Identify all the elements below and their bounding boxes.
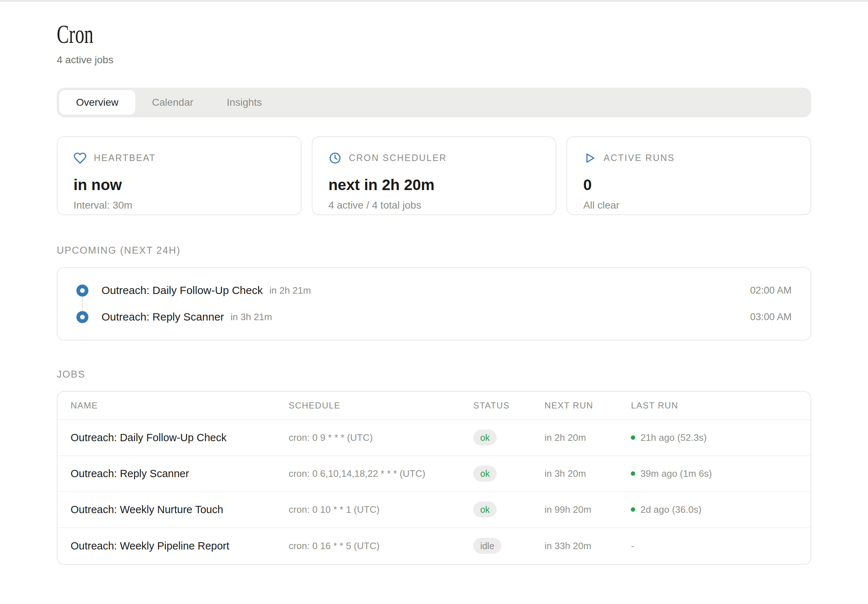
- jobs-table-header: NAME SCHEDULE STATUS NEXT RUN LAST RUN: [57, 392, 811, 420]
- upcoming-job-name: Outreach: Daily Follow-Up Check: [101, 284, 263, 297]
- jobs-table: NAME SCHEDULE STATUS NEXT RUN LAST RUN O…: [57, 391, 811, 565]
- last-run-text: -: [631, 541, 634, 551]
- upcoming-relative-time: in 2h 21m: [269, 285, 311, 296]
- status-badge: idle: [473, 538, 501, 554]
- cron-scheduler-subtext: 4 active / 4 total jobs: [329, 199, 540, 211]
- column-header-last-run: LAST RUN: [631, 400, 797, 411]
- job-schedule: cron: 0 16 * * 5 (UTC): [288, 541, 473, 551]
- heart-icon: [73, 151, 87, 165]
- upcoming-relative-time: in 3h 21m: [231, 312, 272, 323]
- column-header-status: STATUS: [473, 400, 545, 411]
- active-jobs-count: 4 active jobs: [57, 54, 811, 66]
- job-name: Outreach: Weekly Pipeline Report: [71, 540, 288, 552]
- tab-insights[interactable]: Insights: [210, 90, 279, 115]
- job-row[interactable]: Outreach: Weekly Pipeline Report cron: 0…: [57, 528, 811, 564]
- job-last-run: 21h ago (52.3s): [631, 432, 797, 443]
- status-badge: ok: [473, 429, 497, 446]
- job-next-run: in 3h 20m: [545, 468, 631, 479]
- column-header-name: NAME: [71, 400, 288, 411]
- last-run-text: 21h ago (52.3s): [640, 432, 707, 443]
- cron-scheduler-card-header: CRON SCHEDULER: [329, 151, 540, 165]
- success-dot-icon: [631, 471, 635, 476]
- job-name: Outreach: Weekly Nurture Touch: [71, 504, 288, 516]
- job-schedule: cron: 0 6,10,14,18,22 * * * (UTC): [288, 468, 473, 479]
- timeline-dot-icon: [76, 284, 88, 297]
- job-row[interactable]: Outreach: Reply Scanner cron: 0 6,10,14,…: [57, 456, 811, 492]
- upcoming-section-heading: UPCOMING (NEXT 24H): [57, 245, 811, 256]
- upcoming-item[interactable]: Outreach: Reply Scanner in 3h 21m 03:00 …: [76, 304, 792, 331]
- status-badge: ok: [473, 502, 497, 517]
- page-title-text: Cron: [57, 21, 93, 48]
- heartbeat-label: HEARTBEAT: [94, 153, 156, 163]
- play-icon: [583, 151, 596, 165]
- column-header-next-run: NEXT RUN: [545, 400, 631, 411]
- heartbeat-value: in now: [73, 176, 285, 194]
- upcoming-clock-time: 02:00 AM: [750, 285, 792, 296]
- active-runs-card: ACTIVE RUNS 0 All clear: [566, 136, 811, 215]
- tab-calendar[interactable]: Calendar: [135, 90, 210, 115]
- job-row[interactable]: Outreach: Daily Follow-Up Check cron: 0 …: [57, 420, 811, 456]
- cron-scheduler-value: next in 2h 20m: [329, 176, 540, 194]
- cron-scheduler-label: CRON SCHEDULER: [349, 153, 447, 163]
- heartbeat-card-header: HEARTBEAT: [73, 151, 285, 165]
- clock-icon: [329, 151, 342, 165]
- upcoming-item[interactable]: Outreach: Daily Follow-Up Check in 2h 21…: [76, 277, 792, 304]
- job-last-run: 39m ago (1m 6s): [631, 468, 797, 479]
- upcoming-job-name: Outreach: Reply Scanner: [101, 311, 224, 323]
- cron-page: Cron 4 active jobs Overview Calendar Ins…: [0, 21, 868, 565]
- jobs-section-heading: JOBS: [57, 369, 811, 380]
- job-next-run: in 2h 20m: [545, 432, 631, 443]
- job-next-run: in 99h 20m: [545, 504, 631, 515]
- heartbeat-card: HEARTBEAT in now Interval: 30m: [57, 136, 302, 215]
- top-divider: [0, 0, 868, 2]
- job-schedule: cron: 0 10 * * 1 (UTC): [288, 504, 473, 515]
- success-dot-icon: [631, 507, 635, 512]
- upcoming-panel: Outreach: Daily Follow-Up Check in 2h 21…: [57, 267, 811, 340]
- stat-cards: HEARTBEAT in now Interval: 30m CRON SCHE…: [57, 136, 811, 215]
- heartbeat-subtext: Interval: 30m: [73, 199, 285, 211]
- job-schedule: cron: 0 9 * * * (UTC): [288, 432, 473, 443]
- success-dot-icon: [631, 436, 635, 440]
- tab-overview[interactable]: Overview: [59, 90, 135, 115]
- active-runs-subtext: All clear: [583, 199, 795, 211]
- upcoming-clock-time: 03:00 AM: [750, 312, 792, 323]
- status-badge: ok: [473, 465, 497, 482]
- job-name: Outreach: Reply Scanner: [71, 468, 288, 480]
- job-row[interactable]: Outreach: Weekly Nurture Touch cron: 0 1…: [57, 492, 811, 528]
- active-runs-card-header: ACTIVE RUNS: [583, 151, 795, 165]
- last-run-text: 39m ago (1m 6s): [640, 468, 712, 479]
- job-last-run: 2d ago (36.0s): [631, 504, 797, 515]
- job-next-run: in 33h 20m: [545, 541, 631, 551]
- column-header-schedule: SCHEDULE: [288, 400, 473, 411]
- tab-bar: Overview Calendar Insights: [57, 88, 811, 117]
- job-name: Outreach: Daily Follow-Up Check: [71, 432, 288, 444]
- page-title: Cron: [57, 21, 811, 48]
- active-runs-value: 0: [583, 176, 795, 194]
- active-runs-label: ACTIVE RUNS: [603, 153, 675, 163]
- job-last-run: -: [631, 541, 797, 551]
- timeline-dot-icon: [76, 311, 88, 323]
- cron-scheduler-card: CRON SCHEDULER next in 2h 20m 4 active /…: [312, 136, 556, 215]
- last-run-text: 2d ago (36.0s): [640, 504, 701, 515]
